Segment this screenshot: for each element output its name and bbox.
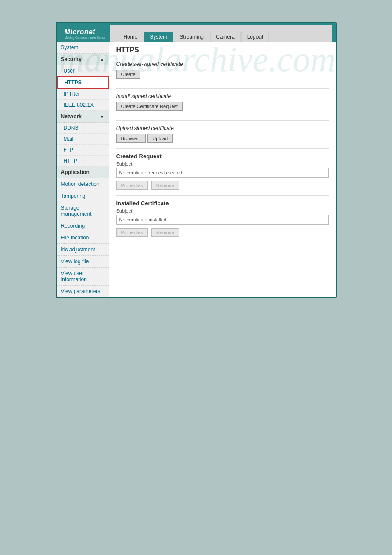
create-cert-button[interactable]: Create bbox=[116, 70, 140, 79]
installed-cert-subject-value: No certificate installed. bbox=[116, 215, 329, 225]
upload-row: Browse... Upload bbox=[116, 134, 329, 143]
sidebar-item-motion-detection[interactable]: Motion detection bbox=[57, 178, 109, 190]
sidebar-section-network-label: Network bbox=[61, 113, 82, 120]
sidebar-item-recording[interactable]: Recording bbox=[57, 220, 109, 232]
sidebar-item-user[interactable]: User bbox=[57, 65, 109, 76]
installed-cert-subject-label: Subject bbox=[116, 208, 329, 214]
nav-tabs: Home System Streaming Camera Logout bbox=[114, 30, 269, 42]
sidebar-item-view-user-info[interactable]: View user information bbox=[57, 268, 109, 286]
browse-button[interactable]: Browse... bbox=[116, 134, 146, 143]
sidebar-section-security[interactable]: Security ▲ bbox=[57, 54, 109, 65]
created-request-btn-row: Properties Remove bbox=[116, 181, 329, 190]
created-request-remove-button: Remove bbox=[151, 181, 179, 190]
page-title: HTTPS bbox=[116, 46, 329, 56]
installed-cert-title: Installed Certificate bbox=[116, 200, 329, 207]
upload-button[interactable]: Upload bbox=[147, 134, 173, 143]
sidebar-section-network[interactable]: Network ▼ bbox=[57, 111, 109, 123]
divider-2 bbox=[116, 120, 329, 121]
upload-cert-label: Upload signed certificate bbox=[116, 125, 329, 131]
created-request-title: Created Request bbox=[116, 153, 329, 160]
sidebar-item-iris-adjustment[interactable]: Iris adjustment bbox=[57, 244, 109, 256]
installed-cert-properties-button: Properties bbox=[116, 228, 148, 237]
sidebar-item-https[interactable]: HTTPS bbox=[57, 76, 109, 89]
sidebar-section-application[interactable]: Application bbox=[57, 167, 109, 178]
tab-system[interactable]: System bbox=[144, 32, 173, 42]
sidebar-item-tampering[interactable]: Tampering bbox=[57, 190, 109, 202]
install-cert-label: Install signed certificate bbox=[116, 93, 329, 99]
installed-cert-remove-button: Remove bbox=[151, 228, 179, 237]
created-request-subject-label: Subject bbox=[116, 161, 329, 167]
sidebar-item-file-location[interactable]: File location bbox=[57, 232, 109, 244]
sidebar-item-ddns[interactable]: DDNS bbox=[57, 123, 109, 134]
tab-home[interactable]: Home bbox=[118, 32, 143, 42]
installed-cert-btn-row: Properties Remove bbox=[116, 228, 329, 237]
sidebar-section-security-label: Security bbox=[61, 56, 82, 62]
sidebar-item-view-parameters[interactable]: View parameters bbox=[57, 286, 109, 297]
divider-1 bbox=[116, 88, 329, 89]
sidebar-item-storage-management[interactable]: Storage management bbox=[57, 202, 109, 220]
tab-camera[interactable]: Camera bbox=[210, 32, 241, 42]
sidebar-item-system[interactable]: System bbox=[57, 42, 109, 54]
divider-3 bbox=[116, 148, 329, 149]
create-cert-request-button[interactable]: Create Certificate Request bbox=[116, 102, 183, 111]
sidebar-item-http[interactable]: HTTP bbox=[57, 156, 109, 167]
create-cert-label: Create self-signed certificate bbox=[116, 61, 329, 67]
divider-4 bbox=[116, 195, 329, 196]
brand-tagline: Making Cameras make Sense bbox=[65, 36, 106, 39]
sidebar: System Security ▲ User HTTPS IP filter I… bbox=[57, 42, 109, 297]
main-content: manualarchive.com HTTPS Create self-sign… bbox=[109, 42, 336, 297]
tab-logout[interactable]: Logout bbox=[241, 32, 269, 42]
sidebar-item-view-log-file[interactable]: View log file bbox=[57, 256, 109, 268]
chevron-up-icon: ▲ bbox=[100, 57, 104, 62]
sidebar-item-ieee802[interactable]: IEEE 802.1X bbox=[57, 100, 109, 111]
created-request-subject-value: No certificate request created. bbox=[116, 168, 329, 178]
chevron-down-icon: ▼ bbox=[100, 114, 104, 119]
sidebar-item-mail[interactable]: Mail bbox=[57, 134, 109, 145]
brand-name: Micronet bbox=[65, 28, 96, 36]
sidebar-item-ftp[interactable]: FTP bbox=[57, 145, 109, 156]
brand-logo: Micronet Making Cameras make Sense bbox=[60, 25, 110, 42]
created-request-properties-button: Properties bbox=[116, 181, 148, 190]
tab-streaming[interactable]: Streaming bbox=[174, 32, 209, 42]
sidebar-item-ip-filter[interactable]: IP filter bbox=[57, 89, 109, 100]
